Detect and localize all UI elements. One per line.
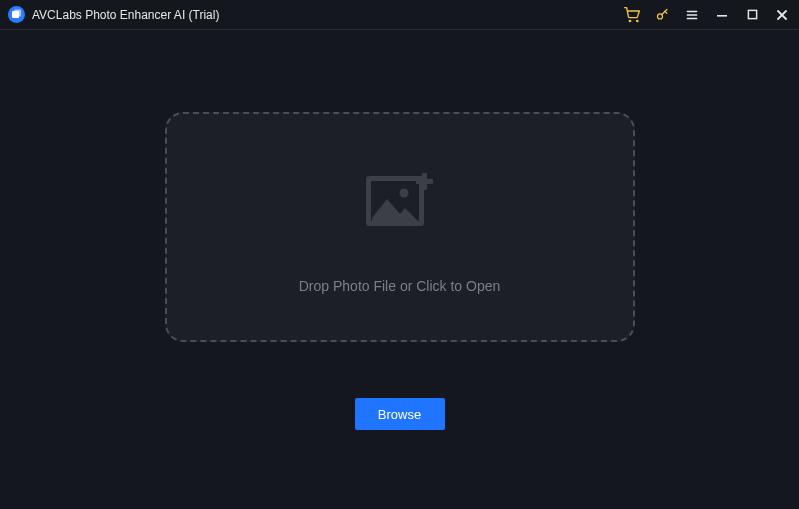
- svg-point-2: [629, 20, 630, 21]
- main-content: Drop Photo File or Click to Open Browse: [0, 30, 799, 509]
- minimize-icon[interactable]: [713, 6, 731, 24]
- titlebar: AVCLabs Photo Enhancer AI (Trial): [0, 0, 799, 30]
- cart-icon[interactable]: [623, 6, 641, 24]
- svg-rect-9: [748, 10, 756, 18]
- close-icon[interactable]: [773, 6, 791, 24]
- dropzone-prompt: Drop Photo File or Click to Open: [299, 278, 501, 294]
- svg-point-3: [637, 20, 638, 21]
- svg-rect-8: [717, 15, 727, 17]
- menu-icon[interactable]: [683, 6, 701, 24]
- browse-button[interactable]: Browse: [355, 398, 445, 430]
- maximize-icon[interactable]: [743, 6, 761, 24]
- key-icon[interactable]: [653, 6, 671, 24]
- app-logo: [8, 6, 25, 23]
- titlebar-right: [623, 6, 791, 24]
- picture-add-icon: [360, 166, 440, 240]
- app-title: AVCLabs Photo Enhancer AI (Trial): [32, 8, 219, 22]
- titlebar-left: AVCLabs Photo Enhancer AI (Trial): [8, 6, 219, 23]
- dropzone[interactable]: Drop Photo File or Click to Open: [165, 112, 635, 342]
- svg-rect-16: [416, 179, 433, 184]
- svg-point-14: [399, 189, 408, 198]
- svg-rect-1: [14, 10, 21, 17]
